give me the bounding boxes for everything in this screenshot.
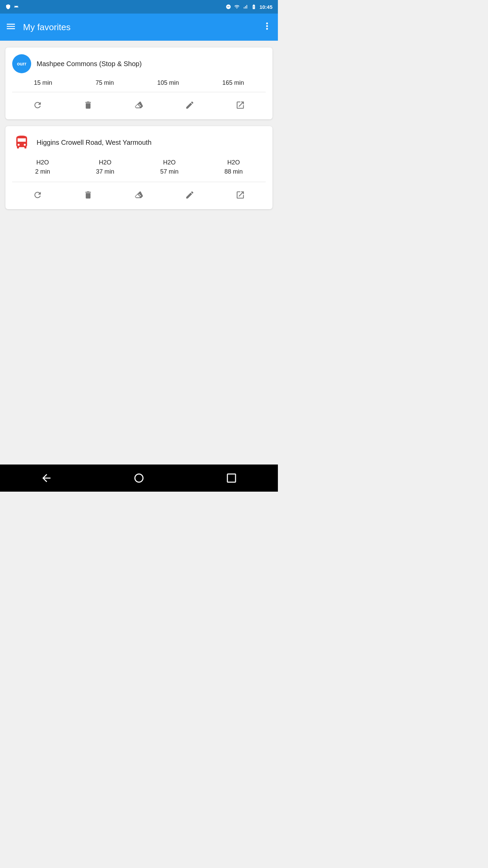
card-1-erase-button[interactable] — [131, 98, 146, 113]
app-bar: My favorites — [0, 14, 278, 41]
card-2-title: Higgins Crowell Road, West Yarmouth — [37, 139, 151, 146]
card-1-edit-button[interactable] — [182, 98, 197, 113]
card-1-delete-button[interactable] — [81, 98, 96, 113]
card-2-time-3: H2O 57 min — [160, 158, 179, 176]
card-1-actions — [12, 98, 266, 113]
card-1-time-2: 75 min — [96, 79, 114, 86]
card-2-time-4-line2: 88 min — [224, 167, 243, 176]
card-2-time-1-line2: 2 min — [35, 167, 50, 176]
card-1-refresh-button[interactable] — [30, 98, 45, 113]
card-2-edit-button[interactable] — [182, 188, 197, 202]
favorite-card-1: ourr Mashpee Commons (Stop & Shop) 15 mi… — [5, 47, 272, 119]
dnd-icon — [226, 4, 231, 9]
card-2-delete-button[interactable] — [81, 188, 96, 202]
card-2-actions — [12, 188, 266, 202]
svg-point-0 — [135, 474, 143, 482]
signal-icon — [243, 4, 248, 9]
card-1-divider — [12, 92, 266, 92]
card-2-time-3-line2: 57 min — [160, 167, 179, 176]
card-2-icon — [12, 133, 31, 152]
card-2-time-4-line1: H2O — [224, 158, 243, 167]
card-2-time-2-line2: 37 min — [96, 167, 114, 176]
status-bar-left-icons — [5, 4, 19, 9]
card-2-time-4: H2O 88 min — [224, 158, 243, 176]
status-time: 10:45 — [260, 4, 272, 10]
shield-icon — [5, 4, 11, 9]
android-icon — [14, 4, 19, 9]
card-2-erase-button[interactable] — [131, 188, 146, 202]
card-1-open-button[interactable] — [233, 98, 248, 113]
wifi-icon — [234, 4, 240, 9]
favorite-card-2: Higgins Crowell Road, West Yarmouth H2O … — [5, 126, 272, 209]
card-2-time-1: H2O 2 min — [35, 158, 50, 176]
page-title: My favorites — [23, 22, 262, 33]
card-2-header: Higgins Crowell Road, West Yarmouth — [12, 133, 266, 152]
more-options-button[interactable] — [262, 21, 272, 34]
recents-button[interactable] — [225, 472, 238, 484]
home-button[interactable] — [133, 472, 145, 484]
card-1-time-1: 15 min — [34, 79, 52, 86]
main-content: ourr Mashpee Commons (Stop & Shop) 15 mi… — [0, 41, 278, 465]
svg-rect-1 — [227, 474, 236, 482]
card-1-title: Mashpee Commons (Stop & Shop) — [37, 60, 142, 68]
card-2-time-2-line1: H2O — [96, 158, 114, 167]
card-1-time-3: 105 min — [157, 79, 179, 86]
card-2-times: H2O 2 min H2O 37 min H2O 57 min H2O 88 m… — [12, 158, 266, 176]
status-bar-right-icons: 10:45 — [226, 4, 272, 10]
card-2-refresh-button[interactable] — [30, 188, 45, 202]
card-2-time-3-line1: H2O — [160, 158, 179, 167]
card-2-divider — [12, 182, 266, 182]
card-2-open-button[interactable] — [233, 188, 248, 202]
status-bar: 10:45 — [0, 0, 278, 14]
card-1-times: 15 min 75 min 105 min 165 min — [12, 79, 266, 86]
card-1-icon: ourr — [12, 54, 31, 73]
card-1-time-4: 165 min — [222, 79, 244, 86]
battery-icon — [251, 4, 257, 9]
card-1-icon-text: ourr — [17, 61, 26, 66]
card-2-time-2: H2O 37 min — [96, 158, 114, 176]
back-button[interactable] — [40, 472, 53, 484]
card-1-header: ourr Mashpee Commons (Stop & Shop) — [12, 54, 266, 73]
menu-button[interactable] — [5, 21, 16, 34]
nav-bar — [0, 465, 278, 492]
card-2-time-1-line1: H2O — [35, 158, 50, 167]
